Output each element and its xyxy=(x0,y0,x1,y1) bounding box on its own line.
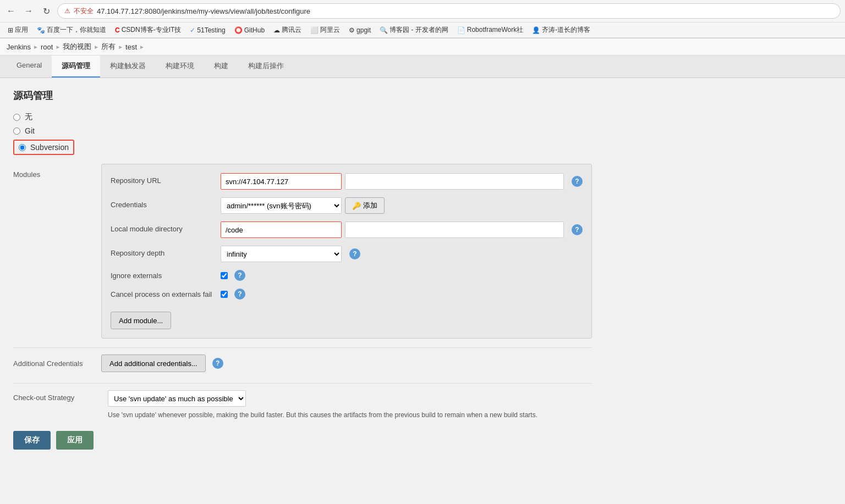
bookmarks-bar: ⊞ 应用 🐾 百度一下，你就知道 C CSDN博客-专业IT技 ✓ 51Test… xyxy=(0,23,845,38)
cancel-externals-checkbox[interactable] xyxy=(221,291,228,298)
scm-option-git[interactable]: Git xyxy=(13,126,592,135)
address-bar[interactable]: ⚠ 不安全 47.104.77.127:8080/jenkins/me/my-v… xyxy=(57,3,841,19)
local-dir-help[interactable]: ? xyxy=(572,224,583,235)
breadcrumb-sep-4: ► xyxy=(118,44,123,50)
checkout-select[interactable]: Use 'svn update' as much as possibleAlwa… xyxy=(108,390,246,407)
csdn-icon: C xyxy=(115,26,120,34)
additional-creds-label: Additional Credentials xyxy=(13,359,101,368)
breadcrumb-all[interactable]: 所有 xyxy=(101,42,116,52)
credentials-control: admin/****** (svn账号密码) 🔑 添加 xyxy=(221,197,583,214)
local-dir-row: Local module directory ? xyxy=(111,221,583,238)
bookmark-github[interactable]: ⭕ GitHub xyxy=(231,25,268,35)
additional-credentials-section: Additional Credentials Add additional cr… xyxy=(13,347,592,379)
repo-depth-control: infinityemptyfilesimmediatesunknown ? xyxy=(221,246,583,262)
scm-option-none[interactable]: 无 xyxy=(13,112,592,122)
checkout-label: Check-out Strategy xyxy=(13,390,101,402)
scm-git-label[interactable]: Git xyxy=(25,126,35,135)
scm-svn-radio[interactable] xyxy=(19,144,26,151)
bookmark-aliyun[interactable]: ⬜ 阿里云 xyxy=(307,24,343,36)
modules-label: Modules xyxy=(13,164,101,339)
breadcrumb-root[interactable]: root xyxy=(41,43,53,51)
credentials-select[interactable]: admin/****** (svn账号密码) xyxy=(221,197,342,214)
repo-depth-select[interactable]: infinityemptyfilesimmediatesunknown xyxy=(221,246,342,262)
aliyun-icon: ⬜ xyxy=(310,26,319,34)
section-title: 源码管理 xyxy=(13,89,592,102)
modules-content: Repository URL ? Credentials admin/*****… xyxy=(101,164,592,339)
bookmark-qitao[interactable]: 👤 齐涛-道长的博客 xyxy=(529,24,594,36)
add-module-button[interactable]: Add module... xyxy=(111,312,171,329)
refresh-button[interactable]: ↻ xyxy=(40,4,53,18)
checkout-row: Check-out Strategy Use 'svn update' as m… xyxy=(13,390,592,420)
apply-button[interactable]: 应用 xyxy=(56,431,94,450)
repo-depth-help[interactable]: ? xyxy=(349,248,360,259)
tencent-icon: ☁ xyxy=(273,26,280,34)
bokeyuan-icon: 🔍 xyxy=(380,26,388,34)
ignore-externals-label: Ignore externals xyxy=(111,272,221,280)
repo-url-input[interactable] xyxy=(221,173,342,190)
security-icon: ⚠ xyxy=(64,7,70,15)
scm-option-subversion[interactable]: Subversion xyxy=(13,140,592,155)
tabs-bar: General 源码管理 构建触发器 构建环境 构建 构建后操作 xyxy=(0,56,845,78)
breadcrumb-myviews[interactable]: 我的视图 xyxy=(63,42,91,52)
additional-creds-help[interactable]: ? xyxy=(212,358,223,369)
breadcrumb-sep-3: ► xyxy=(94,44,99,50)
cancel-externals-help[interactable]: ? xyxy=(234,289,245,300)
save-button[interactable]: 保存 xyxy=(13,431,51,450)
gpgit-icon: ⚙ xyxy=(349,26,355,34)
breadcrumb: Jenkins ► root ► 我的视图 ► 所有 ► test ► xyxy=(0,38,845,56)
apps-icon: ⊞ xyxy=(8,26,13,34)
checkout-strategy-section: Check-out Strategy Use 'svn update' as m… xyxy=(13,383,592,420)
key-icon: 🔑 xyxy=(352,202,361,210)
local-dir-label: Local module directory xyxy=(111,221,221,233)
back-button[interactable]: ← xyxy=(4,4,18,18)
baidu-icon: 🐾 xyxy=(37,26,45,34)
cancel-externals-row: Cancel process on externals fail ? xyxy=(111,289,583,300)
scm-none-label[interactable]: 无 xyxy=(25,112,32,122)
tab-build-env[interactable]: 构建环境 xyxy=(156,56,204,77)
add-credentials-button[interactable]: 🔑 添加 xyxy=(345,197,385,214)
local-dir-extra-input[interactable] xyxy=(345,221,564,238)
ignore-externals-row: Ignore externals ? xyxy=(111,270,583,281)
repo-depth-label: Repository depth xyxy=(111,246,221,257)
breadcrumb-test[interactable]: test xyxy=(125,43,137,51)
repo-depth-row: Repository depth infinityemptyfilesimmed… xyxy=(111,246,583,262)
tab-post-build[interactable]: 构建后操作 xyxy=(238,56,294,77)
scm-none-radio[interactable] xyxy=(13,114,20,121)
breadcrumb-sep-5: ► xyxy=(139,44,145,50)
credentials-row: Credentials admin/****** (svn账号密码) 🔑 添加 xyxy=(111,197,583,214)
repo-url-label: Repository URL xyxy=(111,173,221,185)
repo-url-control: ? xyxy=(221,173,583,190)
bookmark-apps[interactable]: ⊞ 应用 xyxy=(4,24,31,36)
ignore-externals-checkbox[interactable] xyxy=(221,272,228,279)
bookmark-csdn[interactable]: C CSDN博客-专业IT技 xyxy=(112,24,184,36)
tab-build-triggers[interactable]: 构建触发器 xyxy=(100,56,156,77)
ignore-externals-help[interactable]: ? xyxy=(234,270,245,281)
bookmark-51testing[interactable]: ✓ 51Testing xyxy=(186,25,228,35)
github-icon: ⭕ xyxy=(234,26,243,34)
cancel-externals-label: Cancel process on externals fail xyxy=(111,290,221,298)
scm-svn-label[interactable]: Subversion xyxy=(30,143,69,152)
repo-url-extra-input[interactable] xyxy=(345,173,564,190)
add-additional-creds-button[interactable]: Add additional credentials... xyxy=(101,355,206,372)
repo-url-row: Repository URL ? xyxy=(111,173,583,190)
bookmark-bokeyuan[interactable]: 🔍 博客园 - 开发者的网 xyxy=(376,24,452,36)
bookmark-gpgit[interactable]: ⚙ gpgit xyxy=(345,25,374,35)
breadcrumb-sep-2: ► xyxy=(55,44,61,50)
local-dir-control: ? xyxy=(221,221,583,238)
tab-general[interactable]: General xyxy=(7,56,52,77)
security-label: 不安全 xyxy=(74,7,94,16)
testing-icon: ✓ xyxy=(190,26,195,34)
bookmark-tencent[interactable]: ☁ 腾讯云 xyxy=(270,24,305,36)
bookmark-baidu[interactable]: 🐾 百度一下，你就知道 xyxy=(34,24,109,36)
scm-git-radio[interactable] xyxy=(13,128,20,135)
qitao-icon: 👤 xyxy=(532,26,540,34)
bookmark-robotframework[interactable]: 📄 RobotframeWork社 xyxy=(454,24,526,36)
modules-section: Modules Repository URL ? Credentials adm… xyxy=(13,164,592,339)
local-dir-input[interactable] xyxy=(221,221,342,238)
forward-button[interactable]: → xyxy=(22,4,35,18)
repo-url-help[interactable]: ? xyxy=(572,176,583,187)
breadcrumb-jenkins[interactable]: Jenkins xyxy=(7,43,31,51)
tab-build[interactable]: 构建 xyxy=(204,56,238,77)
robotframework-icon: 📄 xyxy=(457,26,465,34)
tab-source-management[interactable]: 源码管理 xyxy=(52,56,100,77)
